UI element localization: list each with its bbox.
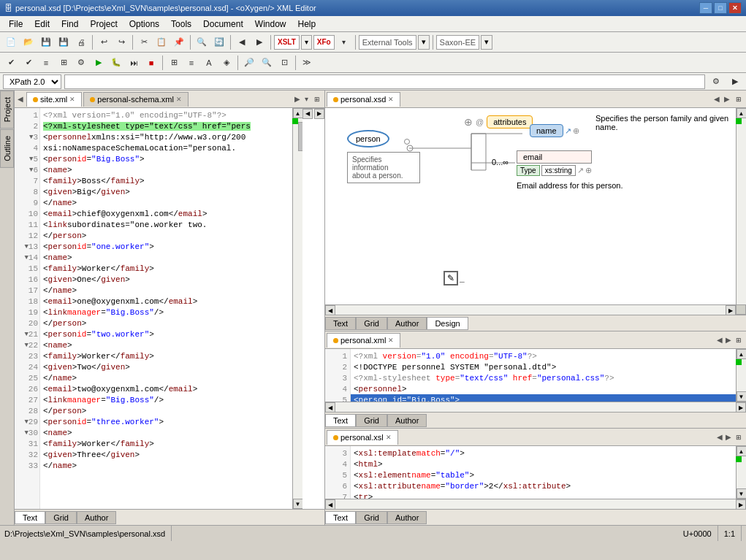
xml2-split-btn[interactable]: ⊞ bbox=[733, 429, 745, 445]
paste-button[interactable]: 📌 bbox=[171, 34, 187, 50]
minimize-button[interactable]: ─ bbox=[699, 2, 712, 14]
person-oval[interactable]: person bbox=[347, 130, 389, 147]
saxon-dropdown[interactable]: ▾ bbox=[481, 35, 492, 50]
xml2-scroll-down[interactable]: ▼ bbox=[737, 488, 747, 499]
view-tab-author-xml2[interactable]: Author bbox=[387, 511, 427, 524]
type-link-icon[interactable]: ↗ bbox=[577, 166, 584, 175]
undo-button[interactable]: ↩ bbox=[96, 34, 112, 50]
scroll-left[interactable]: ◀ bbox=[302, 109, 313, 119]
view-tab-text-xsd[interactable]: Text bbox=[325, 317, 356, 330]
find-button[interactable]: 🔍 bbox=[194, 34, 210, 50]
view-tab-grid-xsd[interactable]: Grid bbox=[356, 317, 387, 330]
xpath-exec-btn[interactable]: ▶ bbox=[727, 74, 743, 90]
settings-btn[interactable]: ⚙ bbox=[73, 55, 89, 71]
zoom-in-btn[interactable]: 🔎 bbox=[241, 55, 257, 71]
menu-window[interactable]: Window bbox=[249, 18, 292, 31]
scroll-down[interactable]: ▼ bbox=[293, 499, 303, 509]
view-tab-text-xml2[interactable]: Text bbox=[325, 511, 356, 524]
menu-document[interactable]: Document bbox=[197, 18, 249, 31]
new-button[interactable]: 📄 bbox=[3, 34, 19, 50]
validate-btn[interactable]: ✔ bbox=[3, 55, 19, 71]
xml1-scrollbar[interactable]: ▲ ▼ bbox=[736, 349, 746, 402]
xsd-tab-nav-right[interactable]: ▶ bbox=[723, 93, 731, 104]
menu-options[interactable]: Options bbox=[123, 18, 165, 31]
expand-icon[interactable]: ⊕ bbox=[464, 116, 473, 128]
xsd-tab-nav-left[interactable]: ◀ bbox=[712, 93, 721, 104]
scroll-up[interactable]: ▲ bbox=[293, 108, 303, 118]
xml2-scroll-up[interactable]: ▲ bbox=[737, 446, 747, 456]
xml1-scroll-down[interactable]: ▼ bbox=[737, 391, 747, 402]
design-view-btn[interactable]: ◈ bbox=[218, 55, 235, 71]
tab-personalxsd[interactable]: personal.xsd ✕ bbox=[327, 92, 400, 107]
view-tab-design-xsd[interactable]: Design bbox=[427, 317, 468, 330]
view-tab-author-left[interactable]: Author bbox=[77, 511, 116, 524]
redo-button[interactable]: ↪ bbox=[113, 34, 129, 50]
debug-btn[interactable]: 🐛 bbox=[108, 55, 124, 71]
view-tab-text-xml1[interactable]: Text bbox=[325, 414, 356, 427]
text-view-btn[interactable]: ≡ bbox=[183, 55, 199, 71]
menu-edit[interactable]: Edit bbox=[28, 18, 56, 31]
split-btn[interactable]: ⊞ bbox=[311, 91, 323, 107]
stop-btn[interactable]: ■ bbox=[143, 55, 159, 71]
tab-close-xml1[interactable]: ✕ bbox=[388, 337, 394, 344]
tab-close-personalschema[interactable]: ✕ bbox=[176, 96, 182, 103]
name-link-icon[interactable]: ↗ bbox=[565, 126, 571, 136]
replace-button[interactable]: 🔄 bbox=[211, 34, 227, 50]
apply-style-btn[interactable]: ≡ bbox=[38, 55, 54, 71]
close-button[interactable]: ✕ bbox=[728, 2, 742, 14]
back-button[interactable]: ◀ bbox=[234, 34, 250, 50]
type-plus-icon[interactable]: ⊕ bbox=[585, 166, 592, 175]
view-tab-author-xml1[interactable]: Author bbox=[387, 414, 427, 427]
tab-sitexml[interactable]: site.xml ✕ bbox=[26, 92, 82, 107]
xml2-nav-left[interactable]: ◀ bbox=[715, 433, 724, 441]
xml1-h-right[interactable]: ▶ bbox=[736, 402, 746, 413]
menu-file[interactable]: File bbox=[3, 18, 28, 31]
check-wf-btn[interactable]: ✔ bbox=[20, 55, 37, 71]
tab-nav-menu[interactable]: ▾ bbox=[303, 93, 310, 104]
menu-find[interactable]: Find bbox=[56, 18, 84, 31]
xml1-nav-right[interactable]: ▶ bbox=[724, 336, 733, 344]
xsd-scroll-up[interactable]: ▲ bbox=[737, 108, 747, 118]
email-box[interactable]: email bbox=[517, 150, 592, 164]
tab-personalxsl[interactable]: personal.xsl ✕ bbox=[327, 430, 398, 445]
xpath-input[interactable] bbox=[64, 74, 705, 89]
external-tools-dropdown[interactable]: ▾ bbox=[418, 35, 430, 50]
xsd-scrollbar-v[interactable]: ▲ ▼ bbox=[736, 108, 746, 315]
compose-icon[interactable]: ✎ bbox=[444, 271, 458, 285]
xml1-scroll-up[interactable]: ▲ bbox=[737, 349, 747, 359]
tab-nav-right[interactable]: ▶ bbox=[293, 93, 302, 104]
xsd-h-scroll-right[interactable]: ▶ bbox=[726, 305, 736, 315]
menu-project[interactable]: Project bbox=[84, 18, 123, 31]
xslt-run-btn[interactable]: ▶ bbox=[91, 55, 107, 71]
forward-button[interactable]: ▶ bbox=[251, 34, 267, 50]
tab-personalxml[interactable]: personal.xml ✕ bbox=[327, 333, 400, 348]
more-btn[interactable]: ≫ bbox=[299, 55, 315, 71]
sidebar-tab-project[interactable]: Project bbox=[0, 91, 14, 129]
xsd-split-btn[interactable]: ⊞ bbox=[733, 91, 745, 107]
name-plus-icon[interactable]: ⊕ bbox=[573, 126, 579, 136]
xml2-scrollbar[interactable]: ▲ ▼ bbox=[736, 446, 746, 499]
author-view-btn[interactable]: A bbox=[201, 55, 217, 71]
pretty-print-btn[interactable]: ⊞ bbox=[56, 55, 72, 71]
tab-close-xsd[interactable]: ✕ bbox=[388, 96, 394, 103]
tab-personalschema[interactable]: personal-schema.xml ✕ bbox=[83, 92, 189, 107]
fit-btn[interactable]: ⊡ bbox=[276, 55, 292, 71]
copy-button[interactable]: 📋 bbox=[153, 34, 170, 50]
xslt-dropdown[interactable]: ▾ bbox=[301, 35, 312, 50]
xpath-version-select[interactable]: XPath 2.0 bbox=[3, 74, 61, 89]
view-tab-text-left[interactable]: Text bbox=[15, 511, 45, 524]
view-tab-author-xsd[interactable]: Author bbox=[387, 317, 427, 330]
view-tab-grid-xml1[interactable]: Grid bbox=[356, 414, 387, 427]
print-button[interactable]: 🖨 bbox=[73, 34, 89, 50]
xml1-split-btn[interactable]: ⊞ bbox=[733, 332, 745, 348]
tab-close-sitexml[interactable]: ✕ bbox=[69, 96, 75, 103]
view-tab-grid-left[interactable]: Grid bbox=[45, 511, 77, 524]
xml1-nav-left[interactable]: ◀ bbox=[715, 336, 724, 344]
xsd-h-scroll-left[interactable]: ◀ bbox=[325, 305, 335, 315]
view-tab-grid-xml2[interactable]: Grid bbox=[356, 511, 387, 524]
attributes-box[interactable]: attributes bbox=[487, 115, 533, 129]
maximize-button[interactable]: □ bbox=[714, 2, 727, 14]
xml2-h-left[interactable]: ◀ bbox=[325, 499, 335, 510]
scroll-right[interactable]: ▶ bbox=[314, 109, 324, 119]
tab-close-xsl[interactable]: ✕ bbox=[386, 434, 392, 441]
